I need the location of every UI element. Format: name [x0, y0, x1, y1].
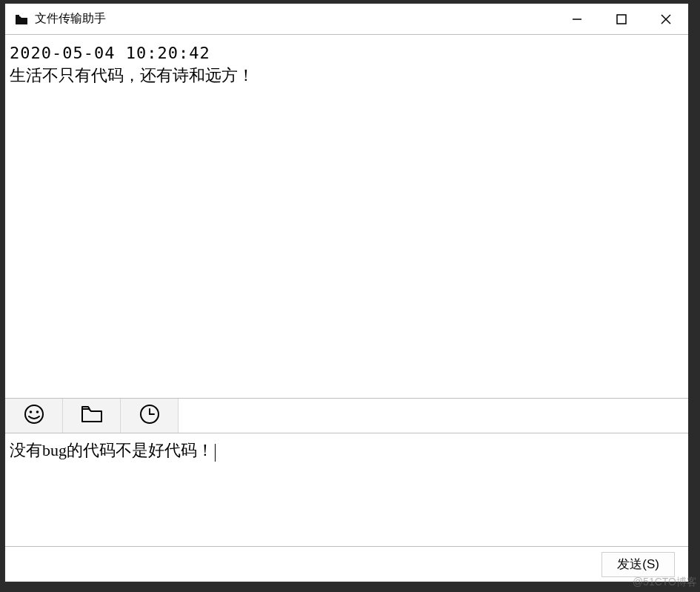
- watermark: @51CTO博客: [633, 576, 697, 589]
- message-input[interactable]: 没有bug的代码不是好代码！: [5, 433, 688, 546]
- app-window: 文件传输助手 2020-05-04 10:20:42 生活不只有代码，还有诗和远…: [4, 3, 689, 582]
- message-text: 生活不只有代码，还有诗和远方！: [10, 64, 684, 87]
- history-icon: [139, 404, 160, 428]
- send-button[interactable]: 发送(S): [601, 552, 675, 577]
- emoji-icon: [24, 404, 44, 428]
- minimize-button[interactable]: [555, 4, 599, 35]
- svg-point-7: [36, 410, 39, 413]
- svg-point-5: [25, 405, 43, 423]
- input-text: 没有bug的代码不是好代码！: [10, 441, 213, 459]
- input-toolbar: [5, 398, 688, 433]
- message-history[interactable]: 2020-05-04 10:20:42 生活不只有代码，还有诗和远方！: [5, 35, 688, 398]
- folder-icon: [81, 405, 103, 427]
- window-title: 文件传输助手: [35, 11, 555, 27]
- svg-rect-2: [617, 15, 626, 24]
- app-icon: [16, 14, 27, 24]
- message-item: 2020-05-04 10:20:42 生活不只有代码，还有诗和远方！: [10, 42, 684, 86]
- message-timestamp: 2020-05-04 10:20:42: [10, 42, 684, 64]
- svg-rect-0: [16, 15, 19, 16]
- emoji-button[interactable]: [5, 399, 63, 433]
- svg-point-6: [29, 410, 32, 413]
- file-button[interactable]: [63, 399, 121, 433]
- send-button-label: 发送(S): [617, 556, 659, 573]
- maximize-button[interactable]: [599, 4, 644, 35]
- text-cursor: [215, 444, 216, 462]
- footer: 发送(S): [5, 546, 688, 582]
- titlebar: 文件传输助手: [5, 4, 688, 35]
- history-button[interactable]: [121, 399, 179, 433]
- close-button[interactable]: [644, 4, 688, 35]
